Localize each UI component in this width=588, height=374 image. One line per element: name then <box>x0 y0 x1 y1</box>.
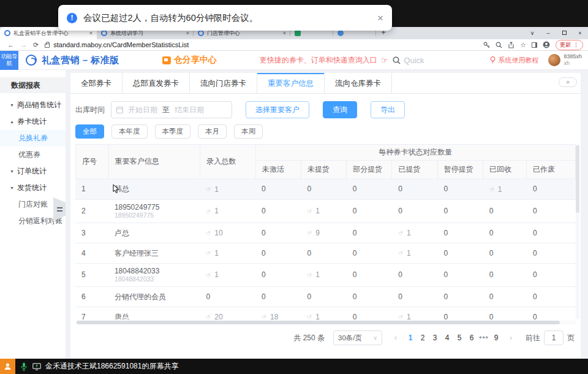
count-link[interactable]: ☞1 <box>398 249 411 258</box>
sidebar-item[interactable]: ▲券卡统计 <box>0 113 66 130</box>
user-name: 8385xh <box>564 53 582 60</box>
count-cell: 0 <box>255 243 301 263</box>
page-number[interactable]: 6 <box>466 334 478 342</box>
count-cell: 0 <box>527 263 576 286</box>
quick-filter-button[interactable]: 本周 <box>234 124 263 139</box>
quick-filter-button[interactable]: 本年度 <box>111 124 148 139</box>
tab-总部直发券卡[interactable]: 总部直发券卡 <box>123 73 190 93</box>
prev-page-button[interactable]: ‹ <box>391 334 401 342</box>
tab-重要客户信息[interactable]: 重要客户信息 <box>257 73 325 93</box>
tab-流向门店券卡[interactable]: 流向门店券卡 <box>190 73 257 93</box>
count-link[interactable]: ☞1 <box>206 207 219 215</box>
reload-icon[interactable]: ⟳ <box>33 41 39 49</box>
bookmark-star-icon[interactable]: ☆ <box>520 41 526 49</box>
microphone-icon[interactable] <box>21 362 27 371</box>
share-icon[interactable] <box>508 42 514 48</box>
count-link[interactable]: ☞1 <box>206 270 219 279</box>
count-link[interactable]: ☞10 <box>206 229 222 237</box>
count-link[interactable]: ☞1 <box>307 313 320 319</box>
count-link[interactable]: ☞1 <box>398 313 411 319</box>
goto-page-input[interactable] <box>544 330 564 345</box>
page-number[interactable]: 1 <box>404 334 417 342</box>
count-cell: ☞1 <box>200 263 255 286</box>
click-hand-icon: ☞ <box>306 270 315 280</box>
expand-arrow-icon: ▼ <box>10 169 14 174</box>
address-bar[interactable]: standard.maboy.cn/CardMemberStatisticsLi… <box>45 41 483 48</box>
row-no: 3 <box>75 223 108 243</box>
window-minimize-icon[interactable]: – <box>540 27 556 39</box>
forward-icon[interactable]: → <box>20 41 27 49</box>
tab-全部券卡[interactable]: 全部券卡 <box>70 73 123 93</box>
quick-filter-button[interactable]: 本季度 <box>155 124 191 139</box>
sidebar-item[interactable]: ▼商品销售统计 <box>0 97 66 113</box>
back-icon[interactable]: ← <box>7 41 14 49</box>
share-center-link[interactable]: 仓分享中心 <box>162 55 217 66</box>
count-value: 0 <box>443 229 448 237</box>
vertical-scrollbar[interactable] <box>576 144 579 319</box>
page-number[interactable]: 4 <box>441 334 453 342</box>
next-page-button[interactable]: › <box>506 334 516 342</box>
sidebar-item[interactable]: 兑换礼券 <box>0 130 66 147</box>
chrome-menu-icon[interactable]: ⋮ <box>573 42 579 48</box>
count-value: 9 <box>315 229 320 237</box>
url-text[interactable]: standard.maboy.cn/CardMemberStatisticsLi… <box>53 41 189 48</box>
select-customer-button[interactable]: 选择重要客户 <box>246 101 309 118</box>
tab-流向仓库券卡[interactable]: 流向仓库券卡 <box>325 73 392 93</box>
export-button[interactable]: 导出 <box>371 101 405 118</box>
date-range-input[interactable]: 开始日期 至 结束日期 <box>111 101 232 118</box>
tutorial-link[interactable]: 系统使用教程 <box>490 56 538 65</box>
window-maximize-icon[interactable] <box>556 27 572 39</box>
meeting-user-icon[interactable] <box>0 359 15 374</box>
zoom-icon[interactable] <box>496 42 502 48</box>
count-link[interactable]: ☞1 <box>206 249 219 258</box>
count-cell: 0 <box>483 263 527 286</box>
window-menu-icon[interactable]: ∨ <box>524 27 540 39</box>
page-number[interactable]: 9 <box>490 334 502 342</box>
page-size-select[interactable]: 30条/页 ∨ <box>333 330 382 345</box>
count-link[interactable]: ☞1 <box>307 207 320 215</box>
quick-filter-button[interactable]: 全部 <box>75 124 104 139</box>
count-cell: 0 <box>527 243 576 263</box>
profile-icon[interactable] <box>543 41 550 48</box>
notification-close-icon[interactable]: × <box>377 13 383 23</box>
chrome-update-button[interactable]: 更新 ⋮ <box>556 40 583 50</box>
page-number[interactable]: 2 <box>417 334 429 342</box>
count-value: 0 <box>353 207 357 215</box>
count-link[interactable]: ☞9 <box>307 229 320 237</box>
page-number[interactable]: 3 <box>429 334 441 342</box>
tab-close-icon[interactable]: × <box>89 30 92 36</box>
count-value: 0 <box>353 249 357 258</box>
more-pages-icon[interactable]: ••• <box>478 334 490 342</box>
nav-toggle-button[interactable]: 功能导航 <box>0 51 18 70</box>
query-button[interactable]: 查询 <box>323 101 357 118</box>
sidebar-section-title: 数据报表 <box>0 77 66 93</box>
sidebar-item[interactable]: ▼订单统计 <box>0 163 66 180</box>
screen-share-icon[interactable] <box>32 363 41 370</box>
web-page: 功能导航 礼盒营销 – 标准版 仓分享中心 更快捷的券卡、订单和快递查询入口 ☞… <box>0 51 588 359</box>
count-link[interactable]: ☞18 <box>262 313 278 319</box>
horizontal-scrollbar[interactable] <box>75 321 576 324</box>
sidebar-item[interactable]: ▼发货统计 <box>0 180 66 196</box>
count-cell: 0 <box>527 286 576 307</box>
count-cell: 0 <box>392 199 437 223</box>
count-link[interactable]: ☞1 <box>307 270 320 279</box>
tab-close-icon[interactable]: × <box>283 30 286 36</box>
tab-close-icon[interactable]: × <box>186 30 189 36</box>
side-panel-icon[interactable] <box>532 42 537 48</box>
page-number[interactable]: 5 <box>453 334 466 342</box>
row-no: 4 <box>75 243 108 263</box>
count-link[interactable]: ☞1 <box>206 185 219 194</box>
quick-search[interactable]: Quick <box>393 56 424 65</box>
count-cell: 0 <box>437 243 483 263</box>
key-icon[interactable] <box>483 42 490 48</box>
count-link[interactable]: ☞20 <box>206 313 222 319</box>
count-link[interactable]: ☞1 <box>489 185 502 194</box>
quick-filter-button[interactable]: 本月 <box>198 124 227 139</box>
count-cell: ☞1 <box>200 179 255 199</box>
count-link[interactable]: ☞1 <box>398 229 411 237</box>
panel-collapse-button[interactable]: » <box>559 77 577 87</box>
window-close-icon[interactable]: × <box>572 27 588 39</box>
user-menu[interactable]: 8385xh xh <box>548 53 582 67</box>
sidebar-item[interactable]: 优惠券 <box>0 147 66 163</box>
menu-bars-icon <box>57 207 62 212</box>
